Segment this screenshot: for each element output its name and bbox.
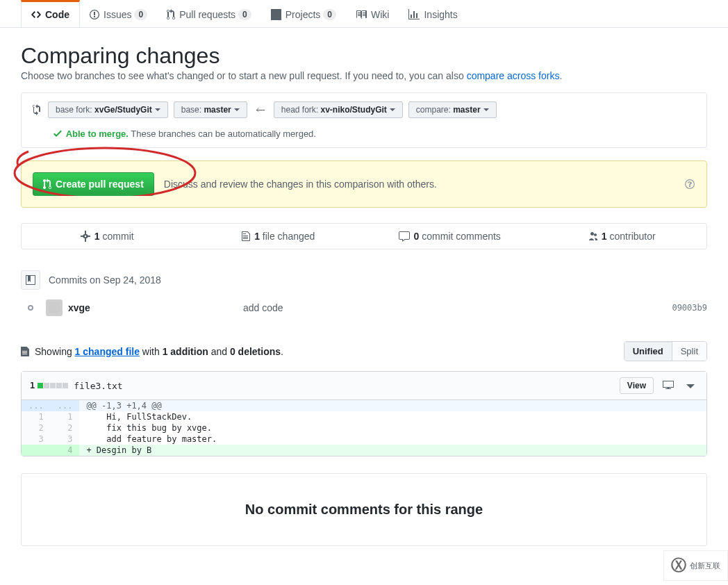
base-branch-select[interactable]: base: master xyxy=(174,101,247,118)
diff-line: 11 Hi, FullStackDev. xyxy=(22,411,706,422)
range-editor: base fork: xvGe/StudyGit base: master 🡐 … xyxy=(21,92,707,148)
head-fork-select[interactable]: head fork: xv-niko/StudyGit xyxy=(274,101,403,118)
projects-counter: 0 xyxy=(323,9,336,20)
tab-projects[interactable]: Projects 0 xyxy=(261,0,346,27)
arrow-left-icon: 🡐 xyxy=(253,104,268,115)
commit-message[interactable]: add code xyxy=(243,302,672,313)
diff-table: ......@@ -1,3 +1,4 @@ 11 Hi, FullStackDe… xyxy=(22,400,706,456)
tab-code-label: Code xyxy=(45,9,69,20)
svg-rect-1 xyxy=(49,302,60,313)
subhead: Choose two branches to see what's change… xyxy=(21,70,707,81)
prs-counter: 0 xyxy=(238,9,251,20)
graph-icon xyxy=(408,9,420,20)
view-file-button[interactable]: View xyxy=(620,377,654,394)
able-to-merge-label: Able to merge. xyxy=(66,129,129,139)
commit-author[interactable]: xvge xyxy=(68,302,90,313)
compare-icon xyxy=(31,104,42,115)
book-icon xyxy=(356,9,367,20)
overall-summary: 1 commit 1 file changed 0 commit comment… xyxy=(21,223,707,249)
files-changed[interactable]: 1 file changed xyxy=(193,224,365,249)
file-diff-icon xyxy=(21,346,29,357)
commit-dot-icon xyxy=(28,305,33,311)
commits-timeline: Commits on Sep 24, 2018 xvge add code 09… xyxy=(21,265,707,320)
contributors[interactable]: 1 contributor xyxy=(536,224,707,249)
create-pull-request-button[interactable]: Create pull request xyxy=(33,172,154,196)
diff-view-toggle: Unified Split xyxy=(624,341,707,361)
commit-icon xyxy=(81,231,90,242)
diffstat: 1 xyxy=(30,381,68,390)
watermark: Ⓧ 创新互联 xyxy=(663,550,728,574)
file-diff: 1 file3.txt View ......@@ -1,3 +1,4 @@ 1… xyxy=(21,371,707,456)
diff-line: 33 add feature by master. xyxy=(22,434,706,445)
tab-wiki-label: Wiki xyxy=(371,9,389,20)
diff-line: 22 fix this bug by xvge. xyxy=(22,422,706,434)
tab-issues[interactable]: Issues 0 xyxy=(80,0,157,27)
comment-icon xyxy=(399,231,410,242)
avatar[interactable] xyxy=(46,299,63,316)
page-title: Comparing changes xyxy=(21,43,707,69)
split-button[interactable]: Split xyxy=(672,342,706,361)
people-icon xyxy=(586,231,597,242)
commit-comments[interactable]: 0 commit comments xyxy=(364,224,536,249)
tab-prs-label: Pull requests xyxy=(179,9,235,20)
pr-icon xyxy=(43,179,51,190)
create-pr-label: Create pull request xyxy=(56,179,144,190)
tab-projects-label: Projects xyxy=(286,9,321,20)
chevron-down-icon[interactable] xyxy=(683,378,698,393)
hunk-header: ......@@ -1,3 +1,4 @@ xyxy=(22,400,706,411)
device-icon[interactable] xyxy=(659,378,677,394)
compare-branch-select[interactable]: compare: master xyxy=(408,101,497,118)
tab-code[interactable]: Code xyxy=(21,0,80,27)
unified-button[interactable]: Unified xyxy=(624,342,672,361)
no-commit-comments: No commit comments for this range xyxy=(21,473,707,546)
tab-insights-label: Insights xyxy=(424,9,457,20)
file-icon xyxy=(242,231,250,242)
check-icon xyxy=(53,128,62,139)
tab-issues-label: Issues xyxy=(104,9,131,20)
pr-icon xyxy=(167,9,175,20)
commit-row: xvge add code 09003b9 xyxy=(21,295,707,320)
repo-push-icon xyxy=(25,274,36,286)
repo-nav: Code Issues 0 Pull requests 0 Projects 0… xyxy=(0,0,728,28)
changed-files-link[interactable]: 1 changed file xyxy=(75,346,140,357)
merge-status: Able to merge. These branches can be aut… xyxy=(31,128,697,139)
help-icon[interactable] xyxy=(684,179,695,190)
subhead-text: Choose two branches to see what's change… xyxy=(21,70,467,81)
project-icon xyxy=(271,9,281,20)
commit-sha[interactable]: 09003b9 xyxy=(672,303,707,313)
diff-line-added: 4+ Desgin by B xyxy=(22,445,706,456)
commits-count[interactable]: 1 commit xyxy=(22,224,193,249)
compare-forks-link[interactable]: compare across forks xyxy=(467,70,560,81)
file-header: 1 file3.txt View xyxy=(22,372,706,400)
pr-banner: Create pull request Discuss and review t… xyxy=(21,160,707,208)
file-name[interactable]: file3.txt xyxy=(74,381,122,391)
tab-insights[interactable]: Insights xyxy=(399,0,467,27)
base-fork-select[interactable]: base fork: xvGe/StudyGit xyxy=(48,101,168,118)
tab-wiki[interactable]: Wiki xyxy=(346,0,399,27)
issues-counter: 0 xyxy=(134,9,147,20)
pr-discuss-text: Discuss and review the changes in this c… xyxy=(164,179,437,190)
code-icon xyxy=(31,9,41,20)
watermark-text: 创新互联 xyxy=(690,561,720,571)
issue-icon xyxy=(90,9,99,20)
files-intro: Showing 1 changed file with 1 addition a… xyxy=(21,341,707,361)
tab-pull-requests[interactable]: Pull requests 0 xyxy=(157,0,261,27)
watermark-logo-icon: Ⓧ xyxy=(671,555,686,574)
commits-date-header: Commits on Sep 24, 2018 xyxy=(21,265,707,295)
